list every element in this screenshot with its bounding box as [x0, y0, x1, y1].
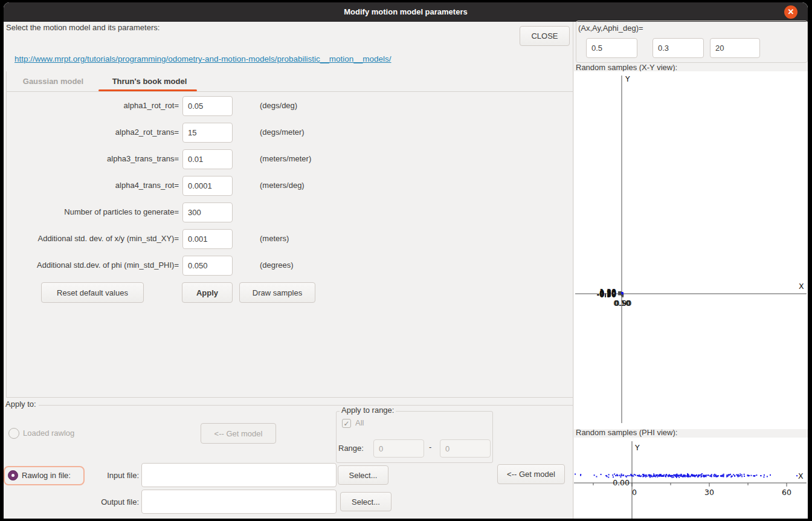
- alpha3-input[interactable]: [182, 149, 233, 169]
- get-model-top-button[interactable]: <-- Get model: [201, 423, 276, 444]
- dialog-window: Modify motion model parameters ✕ Select …: [4, 2, 808, 519]
- svg-text:60: 60: [782, 488, 791, 497]
- param-label: alpha2_rot_trans=: [4, 128, 179, 137]
- svg-text:X: X: [798, 471, 804, 481]
- get-model-bottom-button[interactable]: <-- Get model: [497, 464, 565, 484]
- window-close-icon[interactable]: ✕: [784, 5, 798, 19]
- param-unit: (degs/deg): [260, 101, 297, 110]
- svg-text:0: 0: [632, 488, 637, 497]
- apply-to-group-border: [39, 405, 573, 406]
- param-label: alpha4_trans_rot=: [4, 181, 179, 190]
- all-checkbox-label: All: [355, 418, 364, 427]
- svg-text:Y: Y: [634, 443, 640, 452]
- range-dash: -: [429, 442, 431, 451]
- svg-text:0.00: 0.00: [613, 478, 630, 487]
- xy-view-chart: -0.70-0.50-0.30-0.100.100.300.500.700.90…: [574, 71, 808, 429]
- input-file-label: Input file:: [79, 471, 139, 480]
- apply-to-range-label: Apply to range:: [340, 406, 396, 415]
- param-unit: (meters/meter): [260, 154, 311, 163]
- alpha4-input[interactable]: [182, 176, 233, 196]
- svg-text:1.30: 1.30: [599, 287, 616, 296]
- ay-input[interactable]: [652, 38, 704, 58]
- param-label: Additional std.dev. of phi (min_std_PHI)…: [4, 260, 179, 270]
- apply-to-top-line: [6, 397, 573, 398]
- select-input-file-button[interactable]: Select...: [338, 465, 388, 485]
- aphi-input[interactable]: [710, 38, 760, 58]
- svg-text:Y: Y: [625, 74, 630, 83]
- tutorial-link[interactable]: http://www.mrpt.org/tutorials/programmin…: [14, 54, 392, 63]
- output-file-field[interactable]: [141, 490, 337, 514]
- tab-thrun-book-model[interactable]: Thrun's book model: [98, 71, 201, 91]
- window-title: Modify motion model parameters: [4, 7, 808, 16]
- param-unit: (degs/meter): [260, 128, 304, 137]
- apply-button[interactable]: Apply: [182, 282, 233, 303]
- param-unit: (meters/deg): [260, 181, 304, 190]
- draw-samples-button[interactable]: Draw samples: [239, 282, 315, 303]
- param-unit: (degrees): [260, 260, 294, 270]
- svg-text:0.90: 0.90: [615, 299, 632, 308]
- svg-text:X: X: [799, 282, 804, 291]
- select-output-file-button[interactable]: Select...: [340, 492, 392, 511]
- param-label: alpha1_rot_rot=: [4, 101, 179, 110]
- title-bar: Modify motion model parameters ✕: [4, 2, 808, 22]
- pose-group-label: (Ax,Ay,Aphi_deg)=: [578, 24, 643, 33]
- phi-view-chart: 030600.00YX: [574, 438, 808, 519]
- range-from-input[interactable]: [373, 439, 424, 458]
- loaded-rawlog-radio[interactable]: [8, 428, 19, 439]
- tab-separator-line: [6, 91, 573, 92]
- loaded-rawlog-label: Loaded rawlog: [23, 429, 74, 438]
- instruction-label: Select the motion model and its paramete…: [6, 23, 160, 32]
- input-file-field[interactable]: [141, 463, 337, 487]
- alpha1-input[interactable]: [182, 96, 233, 116]
- output-file-label: Output file:: [79, 497, 139, 506]
- range-to-input[interactable]: [440, 439, 491, 458]
- min-std-xy-input[interactable]: [182, 229, 233, 249]
- range-label: Range:: [338, 444, 364, 453]
- reset-defaults-button[interactable]: Reset default values: [41, 282, 144, 303]
- min-std-phi-input[interactable]: [182, 256, 233, 276]
- param-label: Number of particles to generate=: [4, 207, 179, 216]
- param-unit: (meters): [260, 234, 289, 243]
- alpha2-input[interactable]: [182, 123, 233, 143]
- close-dialog-button[interactable]: CLOSE: [520, 26, 570, 46]
- tab-gaussian-model[interactable]: Gaussian model: [18, 71, 88, 91]
- xy-view-title: Random samples (X-Y view):: [576, 63, 677, 72]
- rawlog-in-file-label: Rawlog in file:: [22, 471, 71, 480]
- svg-text:30: 30: [704, 488, 714, 497]
- phi-view-title: Random samples (PHI view):: [576, 428, 677, 437]
- all-checkbox[interactable]: ✓: [342, 419, 351, 428]
- apply-to-group-label: Apply to:: [5, 400, 36, 409]
- param-label: Additional std. dev. of x/y (min_std_XY)…: [4, 234, 179, 243]
- ax-input[interactable]: [586, 38, 637, 58]
- param-label: alpha3_trans_trans=: [4, 154, 179, 163]
- rawlog-in-file-radio[interactable]: [8, 470, 18, 481]
- particles-input[interactable]: [182, 202, 233, 222]
- panel-right-border: [573, 22, 573, 519]
